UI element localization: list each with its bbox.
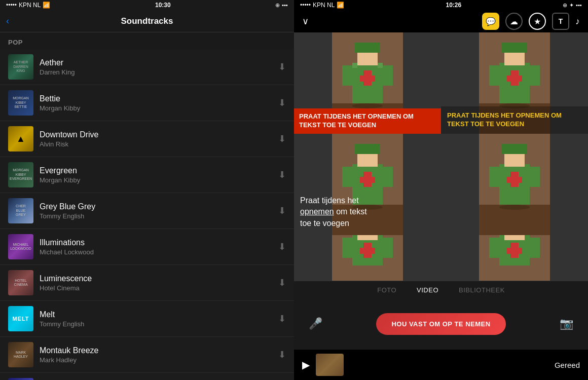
track-info-evergreen: Evergreen Morgan Kibby <box>40 166 274 184</box>
download-icon-illuminations[interactable]: ⬇ <box>278 241 286 252</box>
track-name-aether: Aether <box>40 58 274 67</box>
music-icon: ♪ <box>575 16 580 26</box>
nav-bar-right: ∨ 💬 ☁ ★ T ♪ <box>294 10 588 32</box>
mic-button[interactable]: 🎤 <box>304 313 326 335</box>
status-bar-right: ••••• KPN NL 📶 10:26 ⊕ ✦ ▪▪▪ <box>294 0 588 10</box>
video-cell-2: PRAAT TIJDENS HET OPNEMEN OM TEKST TOE T… <box>441 32 588 134</box>
track-info-bettie: Bettie Morgan Kibby <box>40 94 274 112</box>
svg-rect-6 <box>360 75 375 82</box>
music-icon-button[interactable]: ♪ <box>575 16 580 27</box>
filmstrip-bar: ▶ Gereed <box>294 350 588 380</box>
signal-dots-right: ••••• <box>300 2 311 9</box>
message-icon: 💬 <box>486 17 496 26</box>
message-icon-button[interactable]: 💬 <box>482 13 499 30</box>
download-icon-aether[interactable]: ⬇ <box>278 61 286 72</box>
video-overlay-red-1: PRAAT TIJDENS HET OPNEMEN OM TEKST TOE T… <box>294 108 441 134</box>
track-item-bettie[interactable]: MORGANKIBBYBETTIE Bettie Morgan Kibby ⬇ <box>0 85 294 121</box>
track-item-montauk[interactable]: MARKHADLEY Montauk Breeze Mark Hadley ⬇ <box>0 337 294 373</box>
video-overlay-white-3: Praat tijdens het opnemen om tekst toe t… <box>300 195 435 229</box>
video-overlay-yellow-2: PRAAT TIJDENS HET OPNEMEN OM TEKST TOE T… <box>441 106 588 134</box>
track-info-melt: Melt Tommy English <box>40 310 274 328</box>
record-button[interactable]: HOU VAST OM OP TE NEMEN <box>376 313 505 335</box>
track-item-luminescence[interactable]: HOTELCINEMA Luminescence Hotel Cinema ⬇ <box>0 265 294 301</box>
thumbnail-image <box>316 354 344 376</box>
tab-video[interactable]: VIDEO <box>417 286 438 294</box>
status-icons-right: ⊕ ✦ ▪▪▪ <box>563 2 582 9</box>
track-info-aether: Aether Darren King <box>40 58 274 76</box>
track-item-aether[interactable]: AETHERDARRENKING Aether Darren King ⬇ <box>0 49 294 85</box>
artwork-greyblue: CHERBLUEGREY <box>8 198 33 223</box>
tab-bibliotheek[interactable]: BIBLIOTHEEK <box>459 286 505 294</box>
track-item-shapes[interactable]: SHAPESOFTHINGS Shapes of Things Michael … <box>0 373 294 380</box>
time-right: 10:26 <box>446 2 461 9</box>
track-name-luminescence: Luminescence <box>40 274 274 283</box>
star-icon-button[interactable]: ★ <box>529 13 546 30</box>
svg-rect-38 <box>507 177 522 183</box>
track-item-illuminations[interactable]: MICHAELLOCKWOOD Illuminations Michael Lo… <box>0 229 294 265</box>
track-name-evergreen: Evergreen <box>40 166 274 175</box>
svg-rect-7 <box>342 65 352 86</box>
track-artist-greyblue: Tommy English <box>40 212 274 220</box>
download-icon-evergreen[interactable]: ⬇ <box>278 169 286 180</box>
track-item-melt[interactable]: MELT Melt Tommy English ⬇ <box>0 301 294 337</box>
play-button[interactable]: ▶ <box>302 359 310 371</box>
video-cell-1: PRAAT TIJDENS HET OPNEMEN OM TEKST TOE T… <box>294 32 441 134</box>
track-item-greyblue[interactable]: CHERBLUEGREY Grey Blue Grey Tommy Englis… <box>0 193 294 229</box>
download-icon-downtown[interactable]: ⬇ <box>278 133 286 144</box>
video-cell-4 <box>441 134 588 235</box>
artwork-evergreen: MORGANKIBBYEVERGREEN <box>8 162 33 187</box>
track-artist-downtown: Alvin Risk <box>40 140 274 148</box>
track-name-montauk: Montauk Breeze <box>40 346 274 355</box>
camera-switch-button[interactable]: 📷 <box>556 313 578 335</box>
download-icon-melt[interactable]: ⬇ <box>278 313 286 324</box>
section-header: POP <box>0 32 294 49</box>
camera-controls: 🎤 HOU VAST OM OP TE NEMEN 📷 <box>294 298 588 350</box>
nav-bar-left: ‹ Soundtracks <box>0 10 294 32</box>
svg-rect-20 <box>530 65 540 86</box>
download-icon-montauk[interactable]: ⬇ <box>278 349 286 360</box>
status-bar-left: ••••• KPN NL 📶 10:30 ⊕ ▪▪▪ <box>0 0 294 10</box>
svg-point-11 <box>352 103 383 108</box>
right-panel: ••••• KPN NL 📶 10:26 ⊕ ✦ ▪▪▪ ∨ 💬 ☁ ★ T <box>294 0 588 380</box>
bluetooth-icon-right: ✦ <box>569 2 574 9</box>
track-item-downtown[interactable]: ▲ Downtown Drive Alvin Risk ⬇ <box>0 121 294 157</box>
time-left: 10:30 <box>155 2 171 9</box>
download-icon-bettie[interactable]: ⬇ <box>278 97 286 108</box>
track-artist-illuminations: Michael Lockwood <box>40 248 274 256</box>
done-button[interactable]: Gereed <box>555 361 580 369</box>
svg-rect-40 <box>530 167 540 187</box>
tab-foto[interactable]: FOTO <box>377 286 396 294</box>
track-list[interactable]: AETHERDARRENKING Aether Darren King ⬇ MO… <box>0 49 294 380</box>
track-artist-evergreen: Morgan Kibby <box>40 176 274 184</box>
text-overlay-button[interactable]: T <box>552 13 569 30</box>
status-icons-left: ⊕ ▪▪▪ <box>275 2 288 9</box>
video-cell-6 <box>441 235 588 281</box>
artwork-downtown: ▲ <box>8 126 33 151</box>
text-overlay-icon: T <box>559 17 563 25</box>
carrier-left: KPN NL <box>19 2 41 9</box>
back-down-button[interactable]: ∨ <box>302 16 309 27</box>
track-name-melt: Melt <box>40 310 274 319</box>
track-info-greyblue: Grey Blue Grey Tommy English <box>40 202 274 220</box>
overlay-text-white-3: Praat tijdens het opnemen om tekst toe t… <box>300 195 435 229</box>
track-artist-luminescence: Hotel Cinema <box>40 284 274 292</box>
battery-icon-right: ▪▪▪ <box>576 2 582 8</box>
track-name-bettie: Bettie <box>40 94 274 103</box>
video-grid: PRAAT TIJDENS HET OPNEMEN OM TEKST TOE T… <box>294 32 588 281</box>
video-cell-3: Praat tijdens het opnemen om tekst toe t… <box>294 134 441 235</box>
back-button[interactable]: ‹ <box>6 16 9 26</box>
carrier-right: KPN NL <box>313 2 335 9</box>
track-name-illuminations: Illuminations <box>40 238 274 247</box>
svg-rect-16 <box>502 43 527 53</box>
svg-rect-53 <box>507 248 522 254</box>
download-icon-luminescence[interactable]: ⬇ <box>278 277 286 288</box>
track-name-greyblue: Grey Blue Grey <box>40 202 274 211</box>
cloud-icon-button[interactable]: ☁ <box>505 13 523 30</box>
video-cell-5 <box>294 235 441 281</box>
overlay-text-yellow-2: PRAAT TIJDENS HET OPNEMEN OM TEKST TOE T… <box>447 111 582 129</box>
artwork-shapes: SHAPESOFTHINGS <box>8 378 33 380</box>
track-item-evergreen[interactable]: MORGANKIBBYEVERGREEN Evergreen Morgan Ki… <box>0 157 294 193</box>
svg-rect-8 <box>383 65 393 86</box>
battery-icon-left: ▪▪▪ <box>282 2 288 8</box>
download-icon-greyblue[interactable]: ⬇ <box>278 205 286 216</box>
